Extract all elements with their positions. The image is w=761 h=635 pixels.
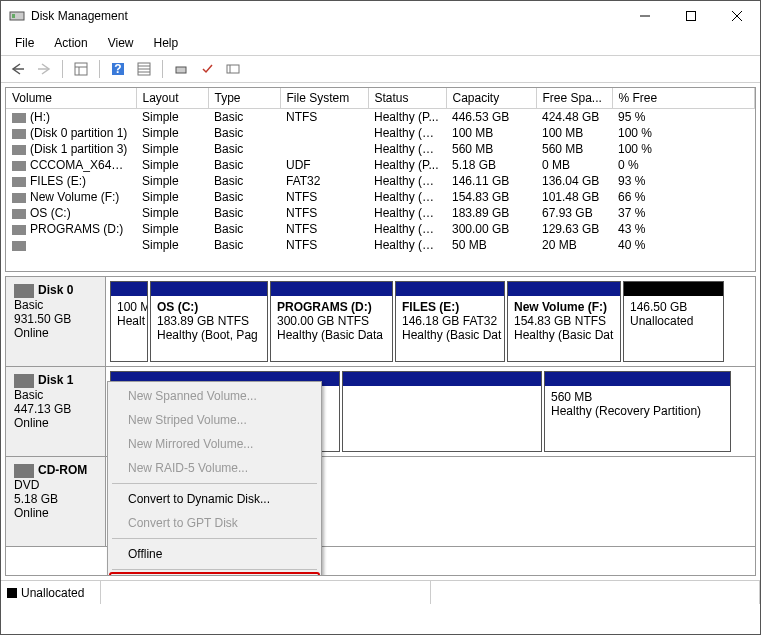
toolbar-icon[interactable] xyxy=(70,58,92,80)
svg-rect-3 xyxy=(687,12,696,21)
context-menu-item[interactable]: Properties xyxy=(110,573,319,576)
volume-row[interactable]: CCCOMA_X64FRE...SimpleBasicUDFHealthy (P… xyxy=(6,157,755,173)
close-button[interactable] xyxy=(714,1,760,31)
toolbar-icon[interactable] xyxy=(196,58,218,80)
context-menu-item: New Striped Volume... xyxy=(110,408,319,432)
partition[interactable]: FILES (E:)146.18 GB FAT32Healthy (Basic … xyxy=(395,281,505,362)
volume-row[interactable]: SimpleBasicNTFSHealthy (A...50 MB20 MB40… xyxy=(6,237,755,253)
column-header[interactable]: Type xyxy=(208,88,280,109)
partition[interactable] xyxy=(342,371,542,452)
column-header[interactable]: Volume xyxy=(6,88,136,109)
toolbar: ? xyxy=(1,55,760,83)
partition[interactable]: OS (C:)183.89 GB NTFSHealthy (Boot, Pag xyxy=(150,281,268,362)
volume-row[interactable]: (Disk 1 partition 3)SimpleBasicHealthy (… xyxy=(6,141,755,157)
partition[interactable]: PROGRAMS (D:)300.00 GB NTFSHealthy (Basi… xyxy=(270,281,393,362)
volume-list[interactable]: VolumeLayoutTypeFile SystemStatusCapacit… xyxy=(5,87,756,272)
menu-help[interactable]: Help xyxy=(144,33,189,53)
minimize-button[interactable] xyxy=(622,1,668,31)
window-title: Disk Management xyxy=(31,9,622,23)
back-button[interactable] xyxy=(7,58,29,80)
context-menu-item: New Spanned Volume... xyxy=(110,384,319,408)
context-menu-item: New RAID-5 Volume... xyxy=(110,456,319,480)
title-bar: Disk Management xyxy=(1,1,760,31)
forward-button[interactable] xyxy=(33,58,55,80)
volume-row[interactable]: New Volume (F:)SimpleBasicNTFSHealthy (B… xyxy=(6,189,755,205)
legend-unallocated-icon xyxy=(7,588,17,598)
disk-label[interactable]: CD-ROMDVD5.18 GBOnline xyxy=(6,457,106,546)
partition[interactable]: 100 MHealt xyxy=(110,281,148,362)
volume-row[interactable]: OS (C:)SimpleBasicNTFSHealthy (B...183.8… xyxy=(6,205,755,221)
help-icon[interactable]: ? xyxy=(107,58,129,80)
menu-file[interactable]: File xyxy=(5,33,44,53)
volume-row[interactable]: (Disk 0 partition 1)SimpleBasicHealthy (… xyxy=(6,125,755,141)
context-menu-item: Convert to GPT Disk xyxy=(110,511,319,535)
disk-row: Disk 0Basic931.50 GBOnline100 MHealtOS (… xyxy=(6,277,755,367)
context-menu-item[interactable]: Convert to Dynamic Disk... xyxy=(110,487,319,511)
context-menu-item: New Mirrored Volume... xyxy=(110,432,319,456)
column-header[interactable]: Layout xyxy=(136,88,208,109)
column-header[interactable]: Free Spa... xyxy=(536,88,612,109)
svg-rect-8 xyxy=(75,63,87,75)
svg-rect-18 xyxy=(227,65,239,73)
column-header[interactable]: Status xyxy=(368,88,446,109)
context-menu: New Spanned Volume...New Striped Volume.… xyxy=(107,381,322,576)
column-header[interactable]: Capacity xyxy=(446,88,536,109)
svg-rect-1 xyxy=(12,14,15,18)
app-icon xyxy=(9,8,25,24)
column-header[interactable]: % Free xyxy=(612,88,755,109)
svg-rect-17 xyxy=(176,67,186,73)
partition[interactable]: New Volume (F:)154.83 GB NTFSHealthy (Ba… xyxy=(507,281,621,362)
menu-bar: File Action View Help xyxy=(1,31,760,55)
disk-label[interactable]: Disk 0Basic931.50 GBOnline xyxy=(6,277,106,366)
status-bar: Unallocated xyxy=(1,580,760,604)
menu-action[interactable]: Action xyxy=(44,33,97,53)
svg-text:?: ? xyxy=(114,62,121,76)
partition[interactable]: 560 MBHealthy (Recovery Partition) xyxy=(544,371,731,452)
legend-unallocated-label: Unallocated xyxy=(21,586,84,600)
volume-row[interactable]: PROGRAMS (D:)SimpleBasicNTFSHealthy (B..… xyxy=(6,221,755,237)
volume-row[interactable]: FILES (E:)SimpleBasicFAT32Healthy (B...1… xyxy=(6,173,755,189)
context-menu-item[interactable]: Offline xyxy=(110,542,319,566)
partition[interactable]: 146.50 GBUnallocated xyxy=(623,281,724,362)
toolbar-icon[interactable] xyxy=(170,58,192,80)
toolbar-icon[interactable] xyxy=(222,58,244,80)
toolbar-icon[interactable] xyxy=(133,58,155,80)
maximize-button[interactable] xyxy=(668,1,714,31)
disk-layout-pane[interactable]: Disk 0Basic931.50 GBOnline100 MHealtOS (… xyxy=(5,276,756,576)
column-header[interactable]: File System xyxy=(280,88,368,109)
volume-row[interactable]: (H:)SimpleBasicNTFSHealthy (P...446.53 G… xyxy=(6,109,755,126)
menu-view[interactable]: View xyxy=(98,33,144,53)
disk-label[interactable]: Disk 1Basic447.13 GBOnline xyxy=(6,367,106,456)
